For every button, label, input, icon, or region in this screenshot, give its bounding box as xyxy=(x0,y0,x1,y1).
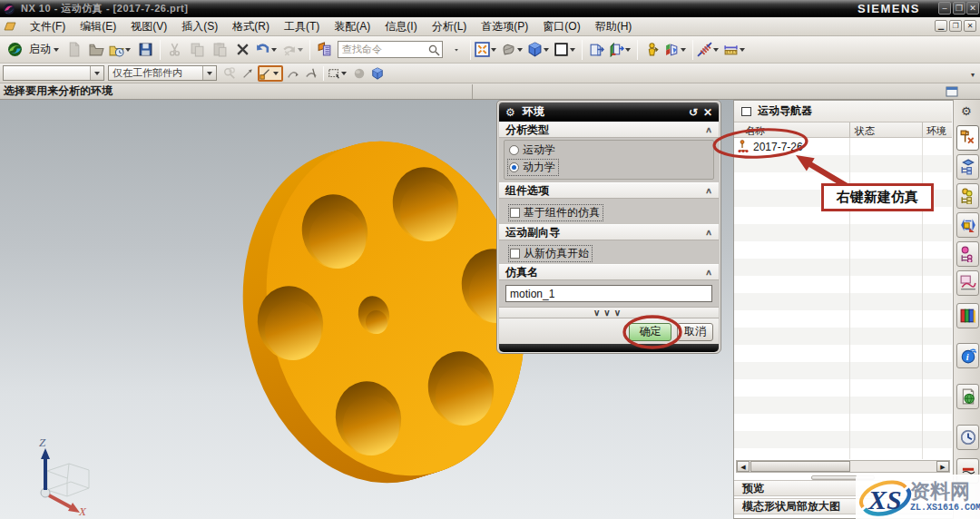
toolbar-button-paste[interactable] xyxy=(210,39,230,61)
menu-item-2[interactable]: 视图(V) xyxy=(123,17,174,36)
toolbar-button-cut[interactable] xyxy=(164,39,185,61)
dropdown-arrow-icon[interactable] xyxy=(341,72,347,75)
resource-tab-constraint-navigator[interactable] xyxy=(956,183,979,209)
scrollbar-thumb[interactable] xyxy=(750,461,850,472)
dialog-more-chevrons[interactable]: ∨∨∨ xyxy=(499,307,719,318)
menu-item-6[interactable]: 装配(A) xyxy=(327,17,377,36)
toolbar-button-touch-mode[interactable] xyxy=(314,39,335,61)
collapse-chevron-icon[interactable]: ∧ xyxy=(705,228,712,237)
navigator-horizontal-scrollbar[interactable]: ◀ ▶ xyxy=(736,460,950,473)
dialog-close-icon[interactable]: ✕ xyxy=(703,106,712,119)
toolbar-button-rect-select[interactable] xyxy=(328,65,349,82)
start-menu-button[interactable]: 启动 xyxy=(27,39,62,61)
window-close-button[interactable]: ✕ xyxy=(966,2,979,15)
toolbar-button-undo[interactable] xyxy=(255,39,279,61)
command-finder-input[interactable]: 查找命令 xyxy=(338,41,443,58)
collapse-chevron-icon[interactable]: ∧ xyxy=(705,125,712,134)
mdi-restore-button[interactable]: ❐ xyxy=(949,20,962,32)
selection-scope-combo[interactable]: 仅在工作部件内 xyxy=(108,65,217,81)
toolbar-button-snap-midpoint[interactable] xyxy=(285,65,301,82)
dropdown-arrow-icon[interactable] xyxy=(298,48,303,52)
menu-item-1[interactable]: 编辑(E) xyxy=(73,17,123,36)
toolbar-button-open-recent[interactable] xyxy=(109,39,133,61)
section-component-options[interactable]: 组件选项 ∧ xyxy=(499,182,719,199)
dialog-title-bar[interactable]: ⚙ 环境 ↺ ✕ xyxy=(499,103,719,122)
resource-tab-history-palette[interactable] xyxy=(956,425,979,450)
toolbar-button-delete[interactable] xyxy=(232,39,253,61)
window-restore-button[interactable]: ❐ xyxy=(953,2,965,15)
dropdown-arrow-icon[interactable] xyxy=(517,48,523,52)
resource-tab-part-navigator[interactable] xyxy=(956,212,979,238)
toolbar-button-redo[interactable] xyxy=(281,39,306,61)
dropdown-arrow-icon[interactable] xyxy=(491,48,496,52)
toolbar-button-snap-intersect[interactable] xyxy=(303,65,319,82)
cancel-button[interactable]: 取消 xyxy=(677,323,713,341)
column-environment[interactable]: 环境 xyxy=(926,124,946,138)
toolbar-button-snap-point[interactable] xyxy=(240,65,256,82)
toolbar-button-window[interactable] xyxy=(554,39,578,61)
menu-item-10[interactable]: 窗口(O) xyxy=(535,17,587,36)
toolbar-button-snap-endpoint[interactable] xyxy=(258,65,283,82)
resource-tab-assembly-navigator[interactable] xyxy=(956,154,979,180)
resource-tab-reuse-library[interactable] xyxy=(956,241,979,267)
dropdown-arrow-icon[interactable] xyxy=(273,72,279,75)
scroll-right-arrow[interactable]: ▶ xyxy=(936,461,949,472)
collapse-chevron-icon[interactable]: ∧ xyxy=(705,186,712,195)
checkbox-component-based-sim[interactable]: 基于组件的仿真 xyxy=(509,205,603,220)
toolbar-button-new-file[interactable] xyxy=(64,39,84,61)
toolbar-button-fit-view[interactable] xyxy=(475,39,499,61)
mdi-close-button[interactable]: ✕ xyxy=(964,20,976,32)
scroll-left-arrow[interactable]: ◀ xyxy=(737,461,750,472)
menu-item-9[interactable]: 首选项(P) xyxy=(474,17,535,36)
menu-item-8[interactable]: 分析(L) xyxy=(425,17,475,36)
resource-tab-motion-navigator[interactable] xyxy=(956,125,979,151)
menu-item-7[interactable]: 信息(I) xyxy=(377,17,424,36)
dialog-reset-icon[interactable]: ↺ xyxy=(689,106,698,119)
window-minimize-button[interactable]: – xyxy=(938,2,951,15)
checkbox-start-from-new-sim[interactable]: 从新仿真开始 xyxy=(509,246,592,261)
checkbox-start-from-new-sim-box[interactable] xyxy=(510,249,520,259)
section-joint-wizard[interactable]: 运动副向导 ∧ xyxy=(499,224,719,240)
checkbox-component-based-sim-box[interactable] xyxy=(510,208,520,218)
simulation-name-input[interactable]: motion_1 xyxy=(505,285,712,302)
toolbar-button-nx-swirl[interactable] xyxy=(5,39,25,61)
resource-gear-icon[interactable]: ⚙ xyxy=(961,104,972,118)
dropdown-arrow-icon[interactable] xyxy=(625,48,631,52)
ok-button[interactable]: 确定 xyxy=(629,323,671,341)
menu-item-3[interactable]: 插入(S) xyxy=(174,17,225,36)
toolbar-button-move-robot[interactable] xyxy=(642,39,662,61)
toolbar-button-new-section[interactable] xyxy=(586,39,607,61)
radio-dynamics-circle[interactable] xyxy=(509,162,519,172)
combo-dropdown-button[interactable] xyxy=(202,66,216,80)
radio-kinematics[interactable]: 运动学 xyxy=(508,142,558,158)
radio-kinematics-circle[interactable] xyxy=(509,145,519,155)
resource-tab-hd3d-tools[interactable] xyxy=(956,270,979,296)
dropdown-arrow-icon[interactable] xyxy=(544,48,549,52)
toolbar-button-copy[interactable] xyxy=(187,39,208,61)
column-status[interactable]: 状态 xyxy=(855,124,875,138)
toolbar-overflow-arrow[interactable]: ▾ xyxy=(971,71,975,79)
dropdown-arrow-icon[interactable] xyxy=(570,48,575,52)
resource-tab-web-browser[interactable] xyxy=(956,303,979,328)
navigator-row-2017-7-26[interactable]: 2017-7-26 xyxy=(734,138,952,155)
menu-item-0[interactable]: 文件(F) xyxy=(23,17,73,36)
toolbar-button-tiny-arrow[interactable] xyxy=(446,39,466,61)
resource-tab-templates[interactable] xyxy=(956,384,979,409)
radio-dynamics[interactable]: 动力学 xyxy=(508,160,558,175)
dropdown-arrow-icon[interactable] xyxy=(713,48,719,52)
toolbar-button-sphere[interactable] xyxy=(351,65,368,82)
resource-tab-internet-explorer[interactable]: i xyxy=(956,343,979,368)
navigator-header[interactable]: 运动导航器 xyxy=(734,101,952,122)
section-simulation-name[interactable]: 仿真名 ∧ xyxy=(499,264,719,280)
dialog-gear-icon[interactable]: ⚙ xyxy=(505,106,515,119)
toolbar-button-snapshot[interactable] xyxy=(664,39,689,61)
menu-item-4[interactable]: 格式(R) xyxy=(225,17,277,36)
combo-dropdown-button[interactable] xyxy=(90,66,103,80)
menu-item-5[interactable]: 工具(T) xyxy=(277,17,327,36)
toolbar-button-cube[interactable] xyxy=(369,65,386,82)
toolbar-button-shaded-view[interactable] xyxy=(501,39,525,61)
toolbar-button-open-folder[interactable] xyxy=(86,39,107,61)
toolbar-button-isometric-view[interactable] xyxy=(527,39,552,61)
selection-filter-combo[interactable] xyxy=(3,65,104,81)
toolbar-button-save[interactable] xyxy=(135,39,156,61)
